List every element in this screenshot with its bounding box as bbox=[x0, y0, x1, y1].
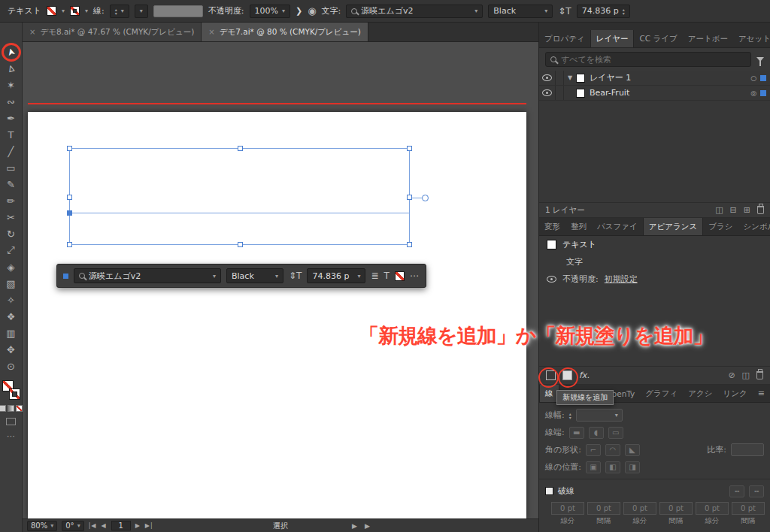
add-effect-button[interactable]: fx. bbox=[579, 370, 590, 380]
tab-artboards[interactable]: アートボー bbox=[683, 30, 733, 47]
close-tab-icon[interactable]: × bbox=[29, 28, 35, 36]
opacity-combo[interactable]: 100% bbox=[250, 5, 290, 18]
gap-value-input[interactable]: 0 pt bbox=[732, 502, 765, 515]
tab-transform[interactable]: 変形 bbox=[539, 218, 565, 235]
stroke-weight-combo[interactable] bbox=[110, 5, 129, 18]
tab-appearance[interactable]: アピアランス bbox=[643, 218, 703, 235]
tab-brushes[interactable]: ブラシ bbox=[703, 218, 738, 235]
blend-tool[interactable]: ❖ bbox=[2, 308, 21, 325]
selection-handle[interactable] bbox=[407, 242, 412, 247]
zoom-level-combo[interactable]: 80% bbox=[27, 521, 57, 531]
new-layer-icon[interactable]: ⊞ bbox=[744, 205, 750, 215]
gap-value-input[interactable]: 0 pt bbox=[659, 502, 693, 515]
scale-tool[interactable]: ⤢ bbox=[2, 242, 21, 258]
selection-handle[interactable] bbox=[67, 242, 72, 247]
text-in-port[interactable] bbox=[67, 210, 72, 216]
line-segment-tool[interactable]: ╱ bbox=[2, 143, 21, 159]
fill-swatch-icon[interactable] bbox=[47, 6, 56, 16]
rectangle-tool[interactable]: ▭ bbox=[2, 159, 21, 176]
tab-cc-libraries[interactable]: CC ライブ bbox=[634, 30, 682, 47]
shape-builder-tool[interactable]: ◈ bbox=[2, 258, 21, 275]
stepper-icon[interactable] bbox=[569, 412, 571, 419]
font-family-combo[interactable]: 源暎エムゴv2 bbox=[346, 5, 483, 18]
layer-row-layer1[interactable]: ▼ レイヤー 1 ○ bbox=[539, 71, 770, 86]
stroke-swatch-icon[interactable] bbox=[70, 6, 80, 16]
paintbrush-tool[interactable]: ✎ bbox=[2, 176, 21, 192]
dashed-line-checkbox[interactable] bbox=[545, 487, 553, 495]
popup-font-size-combo[interactable]: 74.836 p bbox=[307, 268, 365, 283]
type-tool[interactable]: T bbox=[2, 126, 21, 143]
visibility-cell[interactable] bbox=[539, 86, 556, 100]
hand-tool[interactable]: ✥ bbox=[2, 341, 21, 358]
eye-icon[interactable] bbox=[542, 74, 552, 81]
align-outside-icon[interactable]: ◨ bbox=[625, 461, 640, 473]
column-graph-tool[interactable]: ▥ bbox=[2, 325, 21, 341]
status-expand-icon[interactable]: ▶▶ bbox=[352, 522, 377, 530]
close-tab-icon[interactable]: × bbox=[208, 28, 214, 36]
target-circle-icon[interactable]: ○ bbox=[750, 74, 756, 82]
rotate-tool[interactable]: ↻ bbox=[2, 225, 21, 242]
gap-value-input[interactable]: 0 pt bbox=[587, 502, 620, 515]
object-name[interactable]: Bear-Fruit bbox=[590, 88, 750, 98]
pen-tool[interactable]: ✒ bbox=[2, 110, 21, 126]
tab-asset-export[interactable]: アセットの bbox=[733, 30, 770, 47]
popup-font-family-combo[interactable]: 源暎エムゴv2 bbox=[74, 268, 221, 283]
butt-cap-icon[interactable]: ▬ bbox=[569, 427, 584, 439]
appearance-item-opacity[interactable]: 不透明度: 初期設定 bbox=[539, 271, 770, 288]
miter-join-icon[interactable]: ⌐ bbox=[586, 444, 601, 456]
lasso-tool[interactable]: ∾ bbox=[2, 93, 21, 110]
text-out-port[interactable] bbox=[422, 195, 429, 201]
first-artboard-icon[interactable]: |◀ bbox=[89, 522, 97, 529]
opacity-row-value[interactable]: 初期設定 bbox=[605, 274, 638, 285]
font-size-combo[interactable]: 74.836 p bbox=[577, 5, 630, 18]
layer-name[interactable]: レイヤー 1 bbox=[590, 72, 750, 83]
selection-handle[interactable] bbox=[407, 146, 412, 151]
gradient-tool[interactable]: ▧ bbox=[2, 275, 21, 292]
character-panel-icon[interactable]: ≣ bbox=[371, 271, 378, 281]
selected-text-frame[interactable] bbox=[69, 148, 410, 245]
gradient-mode-icon[interactable] bbox=[8, 405, 14, 412]
selection-handle[interactable] bbox=[407, 195, 412, 200]
chevron-down-icon[interactable] bbox=[62, 8, 65, 14]
more-options-chevron-icon[interactable]: ❯ bbox=[296, 6, 302, 16]
align-center-icon[interactable]: ▣ bbox=[586, 461, 601, 473]
layers-search-input[interactable] bbox=[561, 55, 746, 65]
filter-icon[interactable] bbox=[756, 57, 764, 62]
selection-indicator[interactable] bbox=[760, 75, 766, 81]
tab-graphic-styles[interactable]: グラフィ bbox=[640, 385, 683, 402]
object-thumbnail[interactable] bbox=[576, 89, 585, 98]
stroke-width-combo[interactable] bbox=[576, 409, 623, 422]
more-options-icon[interactable]: ⋯ bbox=[410, 271, 419, 281]
document-tab-demo8[interactable]: × デモ8.ai* @ 47.67 % (CMYK/プレビュー) bbox=[23, 23, 202, 41]
pencil-tool[interactable]: ✏ bbox=[2, 192, 21, 209]
bevel-join-icon[interactable]: ◣ bbox=[625, 444, 640, 456]
selection-indicator[interactable] bbox=[760, 90, 766, 96]
tab-align[interactable]: 整列 bbox=[565, 218, 592, 235]
artboard-number-input[interactable] bbox=[111, 521, 131, 530]
selection-handle[interactable] bbox=[238, 146, 243, 151]
lock-cell[interactable] bbox=[556, 71, 564, 85]
tab-properties[interactable]: プロパティ bbox=[539, 30, 590, 47]
layer-row-bear-fruit[interactable]: Bear-Fruit ◎ bbox=[539, 86, 770, 101]
stepper-icon[interactable] bbox=[115, 8, 117, 15]
round-cap-icon[interactable]: ◖ bbox=[589, 427, 604, 439]
clear-appearance-icon[interactable]: ⊘ bbox=[728, 370, 735, 380]
zoom-tool[interactable]: ⊙ bbox=[2, 358, 21, 374]
disclosure-triangle-icon[interactable]: ▼ bbox=[564, 74, 576, 81]
stroke-profile-combo[interactable] bbox=[135, 5, 148, 18]
appearance-item-text[interactable]: テキスト bbox=[539, 236, 770, 253]
canvas[interactable]: 源暎エムゴv2 Black ⇕T 74.836 p ≣ T ⋯ bbox=[23, 42, 538, 518]
dash-value-input[interactable]: 0 pt bbox=[551, 502, 584, 515]
draw-mode-button[interactable] bbox=[6, 418, 16, 425]
stroke-none-swatch-icon[interactable] bbox=[9, 388, 20, 400]
eye-icon[interactable] bbox=[542, 89, 552, 96]
selection-handle[interactable] bbox=[67, 146, 72, 151]
fill-stroke-indicator[interactable] bbox=[2, 380, 20, 400]
make-mask-icon[interactable]: ◫ bbox=[715, 205, 723, 215]
selection-handle[interactable] bbox=[67, 195, 72, 200]
touch-type-icon[interactable]: T bbox=[383, 271, 389, 281]
globe-icon[interactable]: ◉ bbox=[308, 5, 316, 17]
delete-layer-icon[interactable] bbox=[757, 206, 764, 214]
tab-layers[interactable]: レイヤー bbox=[590, 30, 635, 47]
round-join-icon[interactable]: ◠ bbox=[605, 444, 620, 456]
